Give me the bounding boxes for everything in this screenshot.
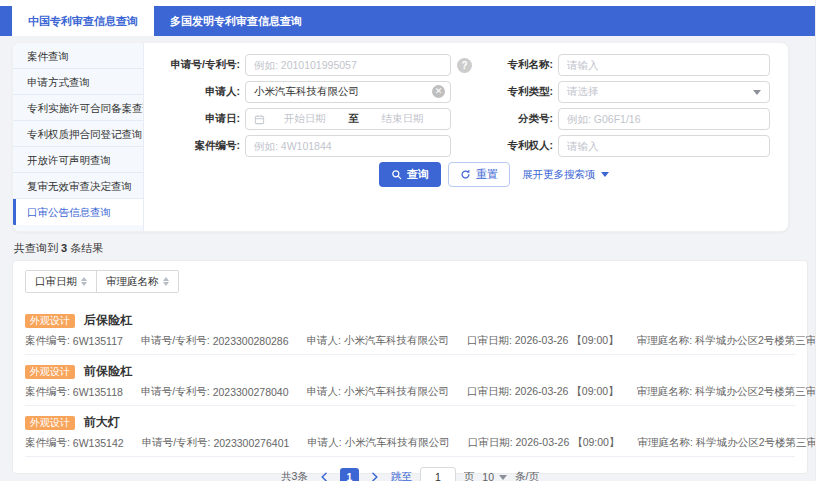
sidebar-item-pledge-registration-query[interactable]: 专利权质押合同登记查询	[13, 121, 143, 147]
classification-number-input[interactable]	[558, 108, 770, 130]
chip-tribunal-name-label: 审理庭名称	[106, 275, 159, 289]
calendar-icon	[254, 114, 265, 125]
sidebar-item-license-contract-filing-query[interactable]: 专利实施许可合同备案查询	[13, 95, 143, 121]
chevron-down-icon	[753, 90, 761, 95]
patentee-input[interactable]	[558, 135, 770, 157]
query-type-sidebar: 案件查询 申请方式查询 专利实施许可合同备案查询 专利权质押合同登记查询 开放许…	[13, 43, 144, 231]
patent-type-placeholder: 请选择	[567, 85, 599, 99]
patent-type-label: 专利类型:	[463, 85, 553, 99]
result-meta: 案件编号: 6W135118 申请号/专利号: 2023300278040 申请…	[25, 385, 795, 398]
case-number-row: 案件编号:	[148, 135, 451, 157]
patent-type-badge: 外观设计	[25, 416, 75, 430]
chip-oral-hearing-date[interactable]: 口审日期	[26, 271, 96, 292]
search-button-label: 查询	[407, 167, 429, 182]
sidebar-item-oral-hearing-notice-query[interactable]: 口审公告信息查询	[13, 199, 143, 225]
page-unit-label: 页	[464, 470, 475, 481]
patent-name-label: 专利名称:	[463, 58, 553, 72]
date-range-separator: 至	[344, 112, 363, 126]
application-date-label: 申请日:	[148, 112, 240, 126]
reset-button[interactable]: 重置	[448, 162, 510, 187]
result-title: 后保险杠	[84, 312, 132, 329]
tab-china-patent-query[interactable]: 中国专利审查信息查询	[12, 6, 154, 36]
sort-icon	[81, 277, 87, 286]
jump-to-page-input[interactable]	[420, 467, 456, 481]
top-tab-bar: 中国专利审查信息查询 多国发明专利审查信息查询	[0, 6, 815, 36]
search-icon	[391, 169, 402, 180]
patent-type-badge: 外观设计	[25, 314, 75, 328]
expand-more-label: 展开更多搜索项	[522, 168, 596, 182]
case-number-input[interactable]	[245, 135, 451, 157]
pagination: 共3条 1 跳至 页 10 条/页	[13, 457, 807, 481]
clear-icon[interactable]: ✕	[432, 85, 445, 98]
applicant-input-wrap: ✕	[245, 81, 451, 103]
patent-name-input[interactable]	[558, 54, 770, 76]
search-panel: 案件查询 申请方式查询 专利实施许可合同备案查询 专利权质押合同登记查询 开放许…	[12, 42, 789, 232]
page-size-select[interactable]: 10	[482, 471, 507, 481]
case-number-label: 案件编号:	[148, 139, 240, 153]
patent-type-badge: 外观设计	[25, 365, 75, 379]
sidebar-item-application-method-query[interactable]: 申请方式查询	[13, 69, 143, 95]
patent-name-row: 专利名称:	[463, 54, 770, 76]
refresh-icon	[460, 169, 471, 180]
tab-multi-country-patent-query[interactable]: 多国发明专利审查信息查询	[154, 6, 318, 36]
sort-filter-chips: 口审日期 审理庭名称	[25, 270, 179, 293]
chip-tribunal-name[interactable]: 审理庭名称	[96, 271, 178, 292]
classification-number-row: 分类号:	[463, 108, 770, 130]
result-title: 前保险杠	[84, 363, 132, 380]
summary-prefix: 共查询到	[14, 242, 58, 254]
sidebar-item-reexamination-decision-query[interactable]: 复审无效审查决定查询	[13, 173, 143, 199]
patentee-row: 专利权人:	[463, 135, 770, 157]
patent-type-row: 专利类型: 请选择	[463, 81, 770, 103]
jump-to-label: 跳至	[391, 470, 412, 481]
applicant-label: 申请人:	[148, 85, 240, 99]
sidebar-item-open-license-query[interactable]: 开放许可声明查询	[13, 147, 143, 173]
summary-suffix: 条结果	[70, 242, 103, 254]
end-date-placeholder: 结束日期	[363, 112, 442, 126]
start-date-placeholder: 开始日期	[265, 112, 344, 126]
page-size-value: 10	[482, 471, 494, 481]
chevron-right-icon[interactable]	[367, 469, 383, 481]
applicant-input[interactable]	[245, 81, 451, 103]
page-number-button[interactable]: 1	[340, 468, 359, 481]
search-button[interactable]: 查询	[379, 162, 441, 187]
sidebar-item-case-query[interactable]: 案件查询	[13, 43, 143, 69]
application-date-range-picker[interactable]: 开始日期 至 结束日期	[245, 108, 451, 130]
form-actions: 查询 重置 展开更多搜索项	[379, 162, 609, 187]
result-row: 外观设计 后保险杠 案件编号: 6W135117 申请号/专利号: 202330…	[25, 304, 795, 355]
result-meta: 案件编号: 6W135117 申请号/专利号: 2023300280286 申请…	[25, 334, 795, 347]
chevron-down-icon	[499, 475, 507, 480]
applicant-row: 申请人: ✕	[148, 81, 451, 103]
chip-oral-hearing-date-label: 口审日期	[35, 275, 77, 289]
result-title: 前大灯	[84, 414, 120, 431]
reset-button-label: 重置	[476, 167, 498, 182]
application-number-label: 申请号/专利号:	[148, 58, 240, 72]
patentee-label: 专利权人:	[463, 139, 553, 153]
result-meta: 案件编号: 6W135142 申请号/专利号: 2023300276401 申请…	[25, 436, 795, 449]
result-row: 外观设计 前保险杠 案件编号: 6W135118 申请号/专利号: 202330…	[25, 355, 795, 406]
expand-more-link[interactable]: 展开更多搜索项	[522, 168, 609, 182]
summary-count: 3	[61, 242, 67, 254]
pagination-total: 共3条	[281, 470, 308, 481]
patent-query-page: 中国专利审查信息查询 多国发明专利审查信息查询 案件查询 申请方式查询 专利实施…	[0, 0, 820, 481]
caret-down-icon	[601, 172, 609, 177]
results-panel: 口审日期 审理庭名称 外观设计 后保险杠 案件编号: 6W135117 申请号/…	[12, 260, 808, 474]
application-number-input[interactable]	[245, 54, 451, 76]
application-number-row: 申请号/专利号: ?	[148, 54, 472, 76]
result-list: 外观设计 后保险杠 案件编号: 6W135117 申请号/专利号: 202330…	[25, 304, 795, 457]
application-date-row: 申请日: 开始日期 至 结束日期	[148, 108, 451, 130]
scrollbar-track[interactable]	[815, 0, 820, 481]
chevron-left-icon[interactable]	[316, 469, 332, 481]
size-unit-label: 条/页	[515, 470, 539, 481]
patent-type-select[interactable]: 请选择	[558, 81, 770, 103]
result-row: 外观设计 前大灯 案件编号: 6W135142 申请号/专利号: 2023300…	[25, 406, 795, 457]
classification-number-label: 分类号:	[463, 112, 553, 126]
results-summary: 共查询到3条结果	[14, 241, 103, 256]
sort-icon	[163, 277, 169, 286]
